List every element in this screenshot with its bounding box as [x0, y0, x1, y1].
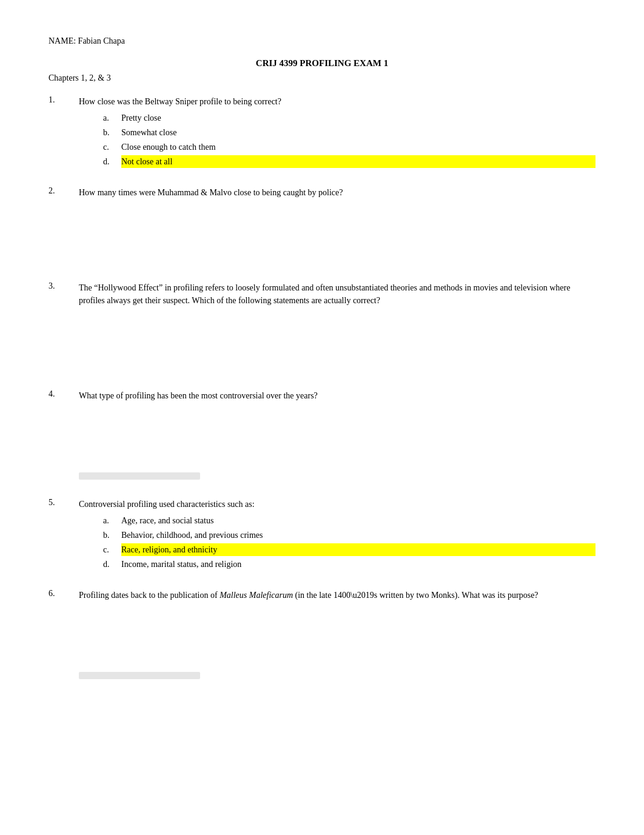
question-3: 3. The “Hollywood Effect” in profiling r…: [49, 281, 595, 371]
q6-text: Profiling dates back to the publication …: [79, 589, 595, 602]
q1-letter-d: d.: [103, 155, 121, 168]
q4-answer-space: [49, 406, 595, 466]
q2-number: 2.: [49, 186, 79, 196]
q5-option-c: c. Race, religion, and ethnicity: [103, 543, 595, 556]
q3-text: The “Hollywood Effect” in profiling refe…: [79, 281, 595, 307]
q3-number: 3.: [49, 281, 79, 291]
q6-gray-bar: [79, 672, 200, 679]
q1-number: 1.: [49, 95, 79, 105]
question-1: 1. How close was the Beltway Sniper prof…: [49, 95, 595, 168]
q6-number: 6.: [49, 589, 79, 599]
q5-sub-list: a. Age, race, and social status b. Behav…: [103, 514, 595, 571]
page: NAME: Fabian Chapa CRIJ 4399 PROFILING E…: [0, 0, 644, 835]
q3-answer-space: [49, 310, 595, 371]
q5-option-d: d. Income, marital status, and religion: [103, 558, 595, 571]
question-6: 6. Profiling dates back to the publicati…: [49, 589, 595, 679]
q1-text-b: Somewhat close: [121, 126, 595, 139]
q1-letter-c: c.: [103, 141, 121, 153]
q1-option-a: a. Pretty close: [103, 112, 595, 124]
q1-option-c: c. Close enough to catch them: [103, 141, 595, 153]
q5-option-b: b. Behavior, childhood, and previous cri…: [103, 529, 595, 542]
q5-text-a: Age, race, and social status: [121, 514, 595, 527]
q1-option-d: d. Not close at all: [103, 155, 595, 168]
q5-letter-b: b.: [103, 529, 121, 542]
q1-letter-a: a.: [103, 112, 121, 124]
q5-text-d: Income, marital status, and religion: [121, 558, 595, 571]
q6-answer-space: [49, 605, 595, 666]
question-2: 2. How many times were Muhammad & Malvo …: [49, 186, 595, 263]
q1-letter-b: b.: [103, 126, 121, 139]
q5-text-b: Behavior, childhood, and previous crimes: [121, 529, 595, 542]
q5-letter-c: c.: [103, 543, 121, 556]
q4-number: 4.: [49, 389, 79, 399]
q4-gray-bar: [79, 472, 200, 480]
q5-option-a: a. Age, race, and social status: [103, 514, 595, 527]
q5-letter-a: a.: [103, 514, 121, 527]
q5-text-c: Race, religion, and ethnicity: [121, 543, 595, 556]
q2-text: How many times were Muhammad & Malvo clo…: [79, 186, 595, 199]
chapters-line: Chapters 1, 2, & 3: [49, 73, 595, 83]
exam-title: CRIJ 4399 PROFILING EXAM 1: [49, 58, 595, 69]
q5-letter-d: d.: [103, 558, 121, 571]
q5-number: 5.: [49, 498, 79, 508]
q1-option-b: b. Somewhat close: [103, 126, 595, 139]
q1-text: How close was the Beltway Sniper profile…: [79, 95, 595, 108]
questions-list: 1. How close was the Beltway Sniper prof…: [49, 95, 595, 679]
question-4: 4. What type of profiling has been the m…: [49, 389, 595, 480]
q5-text: Controversial profiling used characteris…: [79, 498, 595, 511]
q4-text: What type of profiling has been the most…: [79, 389, 595, 402]
name-field: NAME: Fabian Chapa: [49, 36, 595, 46]
q1-text-a: Pretty close: [121, 112, 595, 124]
question-5: 5. Controversial profiling used characte…: [49, 498, 595, 571]
q6-italic: Malleus Maleficarum: [220, 591, 293, 600]
q1-text-c: Close enough to catch them: [121, 141, 595, 153]
q1-text-d: Not close at all: [121, 155, 595, 168]
q1-sub-list: a. Pretty close b. Somewhat close c. Clo…: [103, 112, 595, 168]
q2-answer-space: [49, 203, 595, 263]
